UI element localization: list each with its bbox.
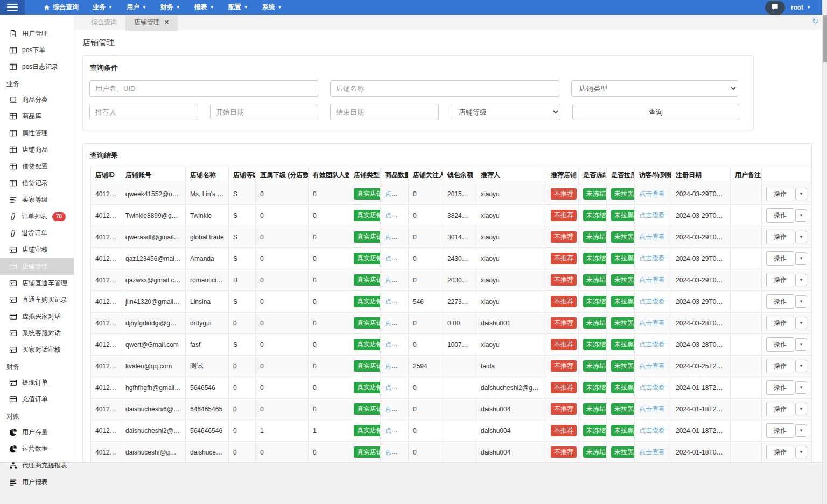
visitors-view-link[interactable]: 点击查看 (639, 340, 665, 348)
start-date-input[interactable] (210, 104, 318, 120)
action-button[interactable]: 操作 (766, 251, 794, 266)
goods-view-link[interactable]: 点击查看 (385, 276, 409, 283)
action-dropdown-button[interactable]: ▼ (795, 274, 807, 286)
sidebar-item-11[interactable]: 订单列表70 (0, 208, 74, 225)
action-button[interactable]: 操作 (766, 294, 794, 309)
goods-view-link[interactable]: 点击查看 (385, 190, 409, 197)
visitors-view-link[interactable]: 点击查看 (639, 362, 665, 370)
chat-button[interactable] (765, 1, 785, 15)
visitors-view-link[interactable]: 点击查看 (639, 384, 665, 391)
goods-view-link[interactable]: 点击查看 (385, 384, 409, 391)
sidebar-item-12[interactable]: 退货订单 (0, 225, 74, 242)
nav-item-6[interactable]: 系统▼ (255, 0, 289, 15)
shop-name-input[interactable] (330, 80, 559, 97)
action-dropdown-button[interactable]: ▼ (795, 252, 807, 265)
goods-view-link[interactable]: 点击查看 (385, 427, 409, 434)
goods-view-link[interactable]: 点击查看 (385, 340, 409, 348)
sidebar-item-25[interactable]: 运营数据 (0, 441, 74, 457)
tab-1[interactable]: 店铺管理✕ (125, 14, 178, 31)
username-uid-input[interactable] (89, 80, 318, 97)
action-button[interactable]: 操作 (766, 337, 794, 352)
goods-view-link[interactable]: 点击查看 (385, 405, 409, 413)
action-dropdown-button[interactable]: ▼ (795, 338, 807, 351)
nav-item-3[interactable]: 财务▼ (153, 0, 187, 15)
action-button[interactable]: 操作 (766, 230, 794, 244)
sidebar-item-5[interactable]: 商品库 (0, 108, 74, 125)
action-button[interactable]: 操作 (766, 208, 794, 223)
sidebar-item-18[interactable]: 系统客服对话 (0, 325, 74, 342)
action-button[interactable]: 操作 (766, 423, 794, 438)
nav-item-2[interactable]: 用户▼ (120, 0, 153, 15)
visitors-view-link[interactable]: 点击查看 (639, 427, 665, 434)
sidebar-item-16[interactable]: 直通车购买记录 (0, 292, 74, 308)
referrer-input[interactable] (89, 104, 198, 120)
sidebar-item-0[interactable]: 用户管理 (0, 25, 74, 42)
visitors-view-link[interactable]: 点击查看 (639, 233, 665, 240)
nav-item-4[interactable]: 报表▼ (187, 0, 221, 15)
sidebar-item-24[interactable]: 用户存量 (0, 424, 74, 441)
goods-view-link[interactable]: 点击查看 (385, 319, 409, 326)
goods-view-link[interactable]: 点击查看 (385, 233, 409, 240)
action-button[interactable]: 操作 (766, 273, 794, 287)
action-dropdown-button[interactable]: ▼ (795, 360, 807, 372)
visitors-view-link[interactable]: 点击查看 (639, 297, 665, 305)
sidebar-item-6[interactable]: 属性管理 (0, 125, 74, 141)
sidebar-item-15[interactable]: 店铺直通车管理 (0, 275, 74, 292)
action-dropdown-button[interactable]: ▼ (795, 403, 807, 415)
shop-level-select[interactable]: 店铺等级 (451, 104, 560, 120)
search-button[interactable]: 查询 (572, 104, 739, 120)
nav-item-5[interactable]: 配置▼ (221, 0, 255, 15)
sidebar-item-4[interactable]: 商品分类 (0, 91, 74, 108)
hamburger-menu-icon[interactable] (0, 0, 25, 15)
action-button[interactable]: 操作 (766, 380, 794, 395)
visitors-view-link[interactable]: 点击查看 (639, 276, 665, 283)
sidebar-item-10[interactable]: 卖家等级 (0, 191, 74, 208)
visitors-view-link[interactable]: 点击查看 (639, 319, 665, 326)
action-button[interactable]: 操作 (766, 445, 794, 459)
action-dropdown-button[interactable]: ▼ (795, 317, 807, 329)
nav-item-0[interactable]: 综合查询 (37, 0, 86, 15)
sidebar-item-2[interactable]: pos日志记录 (0, 59, 74, 75)
visitors-view-link[interactable]: 点击查看 (639, 405, 665, 413)
visitors-view-link[interactable]: 点击查看 (639, 190, 665, 197)
goods-view-link[interactable]: 点击查看 (385, 297, 409, 305)
sidebar-item-9[interactable]: 借贷记录 (0, 175, 74, 191)
sidebar-item-26[interactable]: 代理商充提报表 (0, 457, 74, 474)
action-button[interactable]: 操作 (766, 316, 794, 330)
scrollbar-thumb[interactable] (823, 15, 827, 62)
refresh-button[interactable]: ↻ (812, 17, 818, 25)
sidebar-item-8[interactable]: 借贷配置 (0, 158, 74, 175)
action-dropdown-button[interactable]: ▼ (795, 209, 807, 222)
goods-view-link[interactable]: 点击查看 (385, 254, 409, 262)
action-dropdown-button[interactable]: ▼ (795, 188, 807, 200)
action-dropdown-button[interactable]: ▼ (795, 424, 807, 437)
action-button[interactable]: 操作 (766, 187, 794, 201)
sidebar-item-21[interactable]: 提现订单 (0, 374, 74, 391)
sidebar-item-22[interactable]: 充值订单 (0, 391, 74, 408)
action-dropdown-button[interactable]: ▼ (795, 446, 807, 458)
close-icon[interactable]: ✕ (164, 19, 169, 26)
sidebar-item-1[interactable]: pos下单 (0, 42, 74, 59)
action-button[interactable]: 操作 (766, 402, 794, 416)
end-date-input[interactable] (330, 104, 439, 120)
action-dropdown-button[interactable]: ▼ (795, 381, 807, 394)
goods-view-link[interactable]: 点击查看 (385, 448, 409, 456)
sidebar-item-17[interactable]: 虚拟买家对话 (0, 308, 74, 325)
action-button[interactable]: 操作 (766, 359, 794, 373)
action-dropdown-button[interactable]: ▼ (795, 295, 807, 308)
shop-type-select[interactable]: 店铺类型 (571, 80, 738, 97)
sidebar-item-14[interactable]: 店铺管理 (0, 258, 74, 275)
action-dropdown-button[interactable]: ▼ (795, 231, 807, 243)
visitors-view-link[interactable]: 点击查看 (639, 211, 665, 219)
sidebar-item-7[interactable]: 店铺商品 (0, 141, 74, 158)
visitors-view-link[interactable]: 点击查看 (639, 254, 665, 262)
sidebar-item-27[interactable]: 用户报表 (0, 474, 74, 491)
nav-item-1[interactable]: 业务▼ (86, 0, 120, 15)
visitors-view-link[interactable]: 点击查看 (639, 448, 665, 456)
sidebar-item-19[interactable]: 买家对话审核 (0, 342, 74, 358)
scrollbar[interactable] (822, 0, 827, 504)
tab-0[interactable]: 综合查询 (82, 14, 125, 31)
user-menu[interactable]: root ▼ (791, 4, 811, 11)
goods-view-link[interactable]: 点击查看 (385, 362, 409, 370)
goods-view-link[interactable]: 点击查看 (385, 211, 409, 219)
